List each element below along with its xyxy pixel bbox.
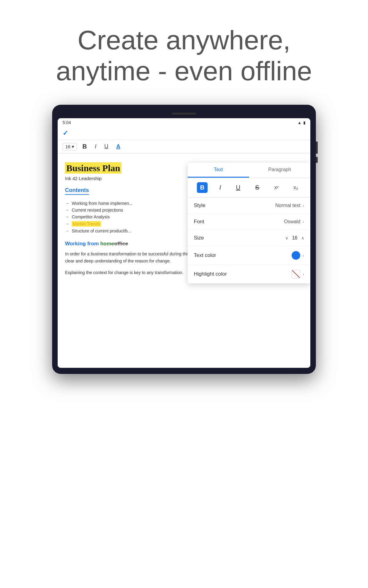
doc-content: Business Plan Ink 42 Leadership Contents… — [58, 153, 310, 368]
arrow-icon: → — [65, 208, 69, 213]
highlight-color-value-container[interactable]: › — [292, 270, 304, 278]
bold-button[interactable]: B — [80, 142, 89, 151]
list-item-text: Structure of current product/b... — [72, 228, 131, 233]
text-formatting-panel: Text Paragraph B I U S X² X₂ — [188, 163, 310, 284]
panel-subscript-button[interactable]: X₂ — [290, 183, 301, 192]
style-row: Style Normal text › — [188, 198, 310, 214]
panel-italic-button[interactable]: I — [216, 182, 224, 193]
volume-button — [316, 157, 318, 163]
panel-bold-button[interactable]: B — [197, 182, 207, 193]
tablet-wrapper: 5:04 ▲ ▮ ✓ 16 ▾ B I U A — [0, 105, 368, 374]
font-value: Oswald — [284, 219, 300, 224]
panel-strikethrough-button[interactable]: S — [252, 182, 262, 193]
text-color-value-container[interactable]: › — [292, 251, 304, 260]
arrow-icon: → — [65, 221, 69, 226]
italic-button[interactable]: I — [92, 142, 99, 151]
format-bar: 16 ▾ B I U A — [58, 140, 310, 153]
panel-format-row: B I U S X² X₂ — [188, 178, 310, 198]
app-toolbar: ✓ — [58, 127, 310, 140]
list-item-text: Working from home implemen... — [72, 201, 132, 206]
size-increase-button[interactable]: ∧ — [301, 236, 304, 240]
hero-line2: anytime - even offline — [56, 56, 312, 86]
text-color-row: Text color › — [188, 246, 310, 265]
tablet-device: 5:04 ▲ ▮ ✓ 16 ▾ B I U A — [52, 105, 316, 374]
size-row: Size ∨ 16 ∧ — [188, 230, 310, 246]
heading-strikethrough: office — [114, 241, 128, 247]
hero-line1: Create anywhere, — [78, 25, 291, 55]
hero-section: Create anywhere, anytime - even offline — [0, 0, 368, 105]
arrow-icon: → — [65, 201, 69, 206]
size-label: Size — [194, 235, 204, 241]
text-color-label: Text color — [194, 252, 216, 258]
tab-text[interactable]: Text — [188, 163, 249, 178]
size-decrease-button[interactable]: ∨ — [285, 236, 288, 240]
tablet-top-bar — [58, 111, 310, 116]
heading-green: home — [100, 241, 114, 247]
tablet-notch — [172, 113, 196, 115]
font-chevron-icon: › — [303, 219, 304, 224]
status-time: 5:04 — [63, 120, 71, 125]
arrow-icon: → — [65, 214, 69, 219]
text-color-chevron-icon: › — [303, 253, 304, 258]
contents-heading: Contents — [65, 187, 89, 195]
highlight-color-none-icon — [292, 270, 300, 278]
style-value-container[interactable]: Normal text › — [275, 203, 304, 208]
font-size-value: 16 — [65, 144, 71, 149]
panel-underline-button[interactable]: U — [233, 182, 243, 193]
font-label: Font — [194, 219, 204, 225]
text-color-circle — [292, 251, 300, 260]
highlight-color-label: Highlight color — [194, 271, 227, 277]
highlight-chevron-icon: › — [303, 272, 304, 277]
panel-superscript-button[interactable]: X² — [271, 183, 282, 192]
power-button — [316, 141, 318, 154]
font-size-dropdown-icon: ▾ — [72, 144, 74, 149]
highlight-color-row: Highlight color › — [188, 265, 310, 284]
size-value: 16 — [292, 235, 297, 241]
font-size-selector[interactable]: 16 ▾ — [63, 143, 77, 150]
doc-title: Business Plan — [65, 162, 121, 174]
size-controls: ∨ 16 ∧ — [285, 235, 304, 241]
list-item-text: Competitor Analysis — [72, 214, 110, 219]
arrow-icon: → — [65, 228, 69, 233]
font-value-container[interactable]: Oswald › — [284, 219, 304, 224]
underline-button[interactable]: U — [102, 142, 111, 151]
style-value: Normal text — [275, 203, 301, 208]
status-icons: ▲ ▮ — [297, 120, 305, 125]
style-label: Style — [194, 202, 205, 209]
tab-paragraph[interactable]: Paragraph — [249, 163, 310, 178]
panel-tabs: Text Paragraph — [188, 163, 310, 178]
checkmark-icon[interactable]: ✓ — [63, 129, 68, 137]
battery-icon: ▮ — [303, 120, 305, 125]
list-item-text: Market Trends — [72, 221, 101, 227]
heading-prefix: Working from — [65, 241, 100, 247]
font-row: Font Oswald › — [188, 214, 310, 230]
status-bar: 5:04 ▲ ▮ — [58, 118, 310, 127]
document-area: Business Plan Ink 42 Leadership Contents… — [58, 153, 310, 368]
signal-icon: ▲ — [297, 120, 301, 125]
list-item-text: Current revised projections — [72, 208, 123, 213]
style-chevron-icon: › — [303, 203, 304, 208]
text-color-button[interactable]: A — [114, 142, 123, 151]
tablet-screen: 5:04 ▲ ▮ ✓ 16 ▾ B I U A — [58, 118, 310, 368]
